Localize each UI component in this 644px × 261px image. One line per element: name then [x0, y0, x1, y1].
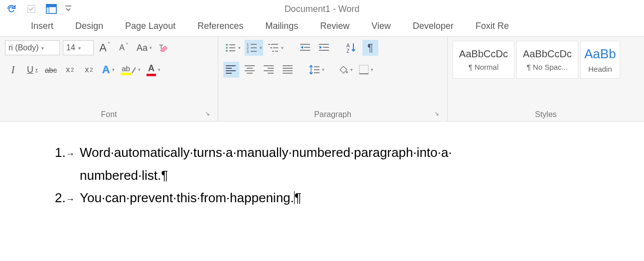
- svg-rect-35: [245, 65, 255, 66]
- tab-mailings[interactable]: Mailings: [254, 17, 309, 36]
- subscript-button[interactable]: x2: [62, 62, 78, 78]
- tab-developer[interactable]: Developer: [402, 17, 465, 36]
- svg-rect-16: [251, 51, 257, 52]
- highlight-button[interactable]: ab ▾: [119, 62, 142, 78]
- clear-formatting-button[interactable]: [156, 40, 172, 56]
- bucket-icon: [338, 65, 348, 75]
- align-left-button[interactable]: [223, 62, 239, 78]
- svg-text:1: 1: [247, 43, 249, 46]
- text-effects-button[interactable]: A▾: [100, 62, 116, 78]
- shading-button[interactable]: ▾: [336, 62, 354, 78]
- svg-point-50: [346, 71, 348, 73]
- multilevel-list-button[interactable]: ▾: [266, 40, 285, 56]
- align-left-icon: [226, 65, 237, 74]
- svg-text:A: A: [346, 43, 350, 48]
- style-no-spacing[interactable]: AaBbCcDc ¶ No Spac...: [516, 41, 578, 79]
- chevron-down-icon: ▾: [41, 45, 44, 51]
- borders-button[interactable]: ▾: [357, 62, 374, 78]
- tab-review[interactable]: Review: [309, 17, 360, 36]
- increase-indent-button[interactable]: [317, 40, 332, 56]
- svg-rect-45: [283, 70, 293, 71]
- style-normal[interactable]: AaBbCcDc ¶ Normal: [453, 41, 514, 79]
- chevron-down-icon: ▾: [150, 45, 152, 50]
- pen-icon: [131, 66, 136, 74]
- checkbox-icon[interactable]: [24, 1, 39, 16]
- svg-rect-42: [268, 73, 274, 74]
- svg-rect-25: [300, 50, 310, 51]
- svg-rect-49: [314, 72, 320, 73]
- superscript-button[interactable]: x2: [81, 62, 97, 78]
- redo-icon[interactable]: [4, 1, 19, 16]
- svg-point-7: [226, 47, 228, 49]
- align-center-button[interactable]: [242, 62, 258, 78]
- strikethrough-button[interactable]: abc: [43, 62, 59, 78]
- tab-page-layout[interactable]: Page Layout: [114, 17, 186, 36]
- sort-button[interactable]: AZ: [343, 40, 359, 56]
- svg-rect-48: [314, 69, 320, 70]
- tab-insert[interactable]: Insert: [20, 17, 64, 36]
- bullets-button[interactable]: ▾: [223, 40, 242, 56]
- svg-rect-17: [268, 44, 270, 45]
- align-right-button[interactable]: [261, 62, 277, 78]
- list-item: 1.→ Word·automatically·turns·a·manually·…: [55, 141, 589, 187]
- numbering-icon: 123: [247, 43, 258, 53]
- list-item: 2.→ You·can·prevent·this·from·happening.…: [55, 187, 589, 210]
- style-heading[interactable]: AaBb Headin: [580, 41, 620, 79]
- paragraph-dialog-launcher-icon[interactable]: ↘: [434, 110, 442, 118]
- svg-rect-23: [300, 44, 310, 45]
- document-canvas[interactable]: 1.→ Word·automatically·turns·a·manually·…: [0, 122, 644, 230]
- shrink-font-button[interactable]: A˅: [116, 40, 132, 56]
- svg-rect-38: [247, 73, 253, 74]
- chevron-down-icon: ▾: [158, 67, 161, 72]
- qat-customize-icon[interactable]: [64, 1, 73, 16]
- ribbon-tabs: Insert Design Page Layout References Mai…: [0, 18, 644, 37]
- svg-rect-22: [275, 51, 278, 52]
- svg-rect-19: [270, 47, 272, 48]
- font-size-combo[interactable]: 14▾: [63, 40, 94, 55]
- styles-group-label: Styles: [535, 110, 557, 119]
- align-right-icon: [264, 65, 275, 74]
- chevron-down-icon: ▾: [78, 45, 81, 51]
- decrease-indent-button[interactable]: [298, 40, 314, 56]
- justify-button[interactable]: [280, 62, 296, 78]
- svg-rect-26: [319, 44, 329, 45]
- tab-view[interactable]: View: [360, 17, 402, 36]
- svg-text:Z: Z: [346, 48, 349, 53]
- window-title: Document1 - Word: [0, 4, 644, 14]
- window-icon[interactable]: [44, 1, 59, 16]
- tab-design[interactable]: Design: [64, 17, 114, 36]
- line-spacing-icon: [309, 65, 320, 75]
- svg-rect-20: [273, 47, 278, 48]
- chevron-down-icon: ▾: [350, 67, 353, 72]
- font-name-combo[interactable]: ri (Body)▾: [5, 40, 60, 55]
- svg-rect-3: [46, 7, 49, 13]
- font-color-button[interactable]: A▾: [145, 62, 161, 78]
- tab-mark-icon: →: [66, 149, 75, 159]
- svg-text:2: 2: [247, 46, 249, 50]
- chevron-down-icon: ▾: [112, 67, 115, 72]
- borders-icon: [359, 65, 369, 75]
- numbering-button[interactable]: 123▾: [245, 40, 263, 56]
- svg-rect-40: [268, 68, 274, 69]
- tab-references[interactable]: References: [186, 17, 254, 36]
- tab-foxit[interactable]: Foxit Re: [465, 17, 520, 36]
- svg-rect-52: [359, 73, 368, 74]
- svg-rect-6: [229, 44, 235, 45]
- italic-button[interactable]: I: [5, 62, 21, 78]
- show-hide-marks-button[interactable]: ¶: [362, 40, 378, 56]
- svg-rect-28: [319, 50, 329, 51]
- line-spacing-button[interactable]: ▾: [307, 62, 325, 78]
- svg-rect-32: [226, 68, 232, 69]
- svg-rect-43: [283, 65, 293, 66]
- change-case-button[interactable]: Aa▾: [135, 40, 153, 56]
- multilevel-icon: [268, 43, 279, 53]
- svg-rect-44: [283, 68, 293, 69]
- svg-text:3: 3: [247, 50, 249, 53]
- svg-rect-10: [229, 50, 235, 51]
- grow-font-button[interactable]: A˄: [97, 40, 113, 56]
- chevron-down-icon: ▾: [138, 67, 141, 72]
- paragraph-group-label: Paragraph: [314, 110, 351, 119]
- svg-rect-24: [304, 47, 310, 48]
- font-dialog-launcher-icon[interactable]: ↘: [205, 110, 213, 118]
- underline-button[interactable]: U▾: [24, 62, 40, 78]
